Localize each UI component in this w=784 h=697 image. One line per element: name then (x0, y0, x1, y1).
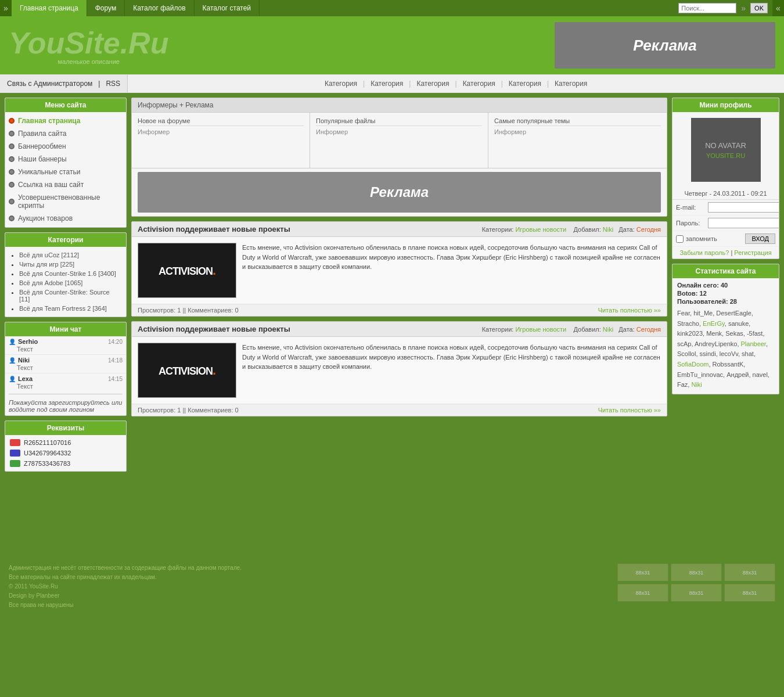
list-item[interactable]: Всё для Counter-Strike 1.6 [3400] (19, 269, 121, 278)
profile-date: Четверг - 24.03.2011 - 09:21 (672, 188, 779, 200)
login-button[interactable]: ВХОД (745, 233, 775, 244)
menu-dot-our-banners (9, 156, 15, 162)
email-field[interactable] (708, 202, 779, 213)
menu-link-unique-articles[interactable]: Уникальные статьи (18, 168, 80, 176)
footer-banner-2[interactable]: 88x31 (671, 563, 722, 581)
remember-text: запомнить (686, 235, 717, 242)
stats-box: Статистика сайта Онлайн сего: 40 Botов: … (672, 264, 779, 394)
menu-item-unique-articles[interactable]: Уникальные статьи (5, 166, 126, 178)
remember-checkbox[interactable] (676, 235, 684, 243)
user-niki[interactable]: Niki (691, 381, 702, 388)
user-shat[interactable]: shat (742, 350, 754, 357)
menu-link-home[interactable]: Главная страница (18, 117, 81, 125)
cat-6[interactable]: Категория (555, 80, 587, 88)
cat-link-ucoz[interactable]: Всё для uCoz [2112] (19, 252, 79, 258)
article-2: Activision поддерживает новые проекты Ка… (131, 321, 667, 416)
user-menk[interactable]: Menk (706, 330, 722, 337)
online-row: Онлайн сего: 40 (677, 282, 774, 289)
cat-link-cs16[interactable]: Всё для Counter-Strike 1.6 [3400] (19, 270, 116, 277)
user-embtu[interactable]: EmbTu_innovac (677, 371, 723, 378)
footer-banner-5[interactable]: 88x31 (671, 584, 722, 602)
list-item[interactable]: Читы для игр [225] (19, 260, 121, 269)
article-2-text: Есть мнение, что Activision окончательно… (242, 343, 661, 398)
user-robssantk[interactable]: RobssantK (713, 361, 744, 368)
cat-link-cheats[interactable]: Читы для игр [225] (19, 261, 74, 268)
nav-articles[interactable]: Каталог статей (195, 0, 260, 16)
user-navel[interactable]: navel (753, 371, 768, 378)
cat-5[interactable]: Категория (509, 80, 541, 88)
menu-item-rules[interactable]: Правила сайта (5, 127, 126, 140)
user-scollol[interactable]: Scollol (677, 350, 696, 357)
menu-link-rules[interactable]: Правила сайта (18, 130, 66, 138)
article-2-read-more[interactable]: Читать полностью »» (598, 407, 661, 414)
search-input[interactable] (678, 3, 736, 13)
menu-item-home[interactable]: Главная страница (5, 114, 126, 127)
menu-link-banner-exchange[interactable]: Баннерообмен (18, 142, 66, 150)
list-item[interactable]: Всё для Team Fortress 2 [364] (19, 304, 121, 313)
user-andrey[interactable]: Андрей (727, 371, 749, 378)
footer-banner-1[interactable]: 88x31 (617, 563, 668, 581)
rekv-r-code: R265211107016 (24, 439, 71, 446)
menu-item-auction[interactable]: Аукцион товаров (5, 212, 126, 225)
nav-home[interactable]: Главная страница (12, 0, 87, 16)
user-faz[interactable]: Faz (677, 381, 688, 388)
cat-link-tf2[interactable]: Всё для Team Fortress 2 [364] (19, 305, 107, 312)
cat-link-adobe[interactable]: Всё для Adobe [1065] (19, 279, 82, 286)
article-2-added-by[interactable]: Niki (603, 326, 613, 333)
password-field[interactable] (708, 218, 779, 228)
menu-item-advanced-scripts[interactable]: Усовершенственованные скрипты (5, 191, 126, 212)
admin-contact-link[interactable]: Связь с Администратором (7, 80, 92, 88)
article-1-body: ACTIVISION. Есть мнение, что Activision … (132, 237, 667, 304)
user-sofiadoom[interactable]: SofiaDoom (677, 361, 709, 368)
user-planbeer[interactable]: Planbeer (741, 340, 766, 347)
search-button[interactable]: OK (750, 3, 768, 13)
rekvizity-box: Реквизиты R265211107016 U342679964332 Z7… (5, 421, 127, 472)
nav-forum[interactable]: Форум (87, 0, 125, 16)
user-ssindi[interactable]: ssindi (700, 350, 716, 357)
user-stracho[interactable]: Stracho (677, 320, 699, 327)
user-hitme[interactable]: hit_Me (693, 310, 713, 317)
chat-name-lexa: Lexa (18, 375, 106, 382)
cat-3[interactable]: Категория (416, 80, 449, 88)
user-energy[interactable]: EnErGy (703, 320, 725, 327)
user-sekas[interactable]: Sekas (725, 330, 743, 337)
cat-4[interactable]: Категория (463, 80, 495, 88)
nav-files[interactable]: Каталог файлов (125, 0, 194, 16)
user-fear[interactable]: Fear (677, 310, 690, 317)
footer-line5: Все права не нарушены (9, 601, 242, 610)
menu-item-banner-exchange[interactable]: Баннерообмен (5, 140, 126, 153)
cat-link-css[interactable]: Всё для Counter-Strike: Source [11] (19, 289, 110, 303)
search-bar: » OK (678, 0, 772, 16)
forgot-password-link[interactable]: Забыли пароль? (679, 249, 729, 256)
list-item[interactable]: Всё для uCoz [2112] (19, 250, 121, 260)
menu-link-advanced-scripts[interactable]: Усовершенственованные скрипты (18, 193, 123, 210)
cat-1[interactable]: Категория (325, 80, 357, 88)
user-deserteagle[interactable]: DesertEagle (716, 310, 751, 317)
menu-item-our-banners[interactable]: Наши баннеры (5, 153, 126, 166)
menu-item-your-link[interactable]: Ссылка на ваш сайт (5, 178, 126, 191)
list-item[interactable]: Всё для Counter-Strike: Source [11] (19, 288, 121, 304)
article-1-added-by[interactable]: Niki (603, 226, 613, 233)
ac-dot-1: . (213, 263, 215, 278)
list-item[interactable]: Всё для Adobe [1065] (19, 278, 121, 288)
footer-banner-3[interactable]: 88x31 (724, 563, 775, 581)
menu-link-your-link[interactable]: Ссылка на ваш сайт (18, 181, 84, 189)
menu-link-our-banners[interactable]: Наши баннеры (18, 155, 67, 163)
user-andreylipenko[interactable]: AndreyLipenko (695, 340, 737, 347)
footer-banner-4[interactable]: 88x31 (617, 584, 668, 602)
article-1-read-more[interactable]: Читать полностью »» (598, 307, 661, 314)
article-1-footer: Просмотров: 1 || Комментариев: 0 Читать … (132, 304, 667, 316)
article-2-cat-link[interactable]: Игровые новости (515, 326, 566, 333)
menu-link-auction[interactable]: Аукцион товаров (18, 214, 73, 222)
user-scap[interactable]: scAp (677, 340, 691, 347)
article-1-cat-link[interactable]: Игровые новости (515, 226, 566, 233)
user-5fast[interactable]: -5fast (747, 330, 763, 337)
remember-label[interactable]: запомнить (676, 235, 717, 243)
register-link[interactable]: Регистрация (734, 249, 771, 256)
user-lecovv[interactable]: lecoVv (720, 350, 738, 357)
user-sanuke[interactable]: sanuke (728, 320, 749, 327)
rss-link[interactable]: RSS (106, 80, 120, 88)
user-kink2023[interactable]: kink2023 (677, 330, 703, 337)
footer-banner-6[interactable]: 88x31 (724, 584, 775, 602)
cat-2[interactable]: Категория (371, 80, 403, 88)
